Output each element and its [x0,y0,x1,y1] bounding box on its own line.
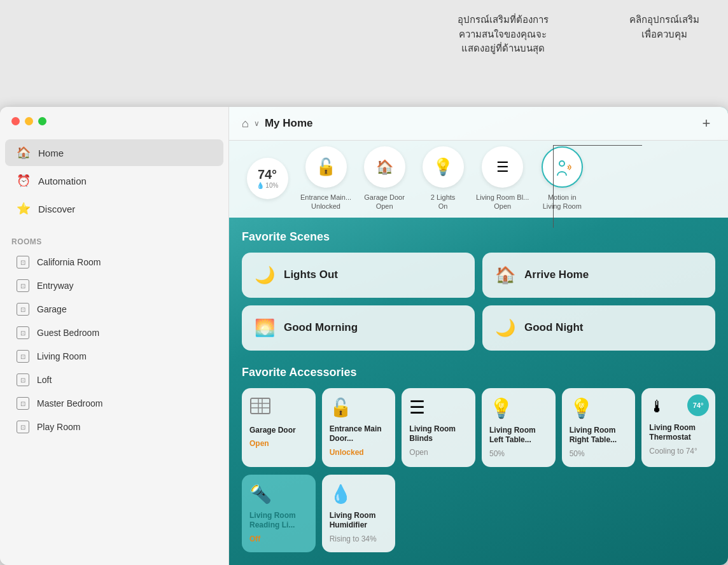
status-garage[interactable]: 🏠 Garage Door Open [359,146,410,211]
blinds-circle: ☰ [482,146,523,188]
sidebar-item-home-label: Home [38,148,64,158]
content-area: Favorite Scenes 🌙 Lights Out 🏠 Arrive Ho… [229,218,728,565]
header-chevron-icon: ∨ [254,119,260,128]
reading-light-name: Living Room Reading Li... [249,511,308,531]
room-label: Guest Bedroom [37,328,99,338]
left-lamp-name: Living Room Left Table... [489,426,548,445]
accessory-entrance-door[interactable]: 🔓 Entrance Main Door... Unlocked [322,388,396,467]
room-master-bedroom[interactable]: ⊡ Master Bedroom [5,392,223,415]
motion-circle [542,146,583,188]
garage-icon: 🏠 [376,159,393,176]
garage-door-status: Open [249,439,269,448]
close-button[interactable] [11,117,20,125]
sidebar-item-discover[interactable]: ⭐ Discover [5,195,223,222]
room-loft[interactable]: ⊡ Loft [5,368,223,391]
room-california[interactable]: ⊡ California Room [5,251,223,274]
accessories-section-title: Favorite Accessories [242,366,715,379]
room-label: Master Bedroom [37,398,102,408]
room-play-room[interactable]: ⊡ Play Room [5,415,223,438]
entrance-label: Entrance Main... Unlocked [300,193,351,211]
tooltip-left: อุปกรณ์เสริมที่ต้องการ ความสนใจของคุณจะ … [369,13,636,56]
room-entryway[interactable]: ⊡ Entryway [5,274,223,297]
sidebar-nav: 🏠 Home ⏰ Automation ⭐ Discover [0,133,228,228]
scene-good-morning[interactable]: 🌅 Good Morning [242,305,475,351]
temperature-circle: 74° 💧 10% [247,158,288,199]
lights-circle: 💡 [423,146,464,188]
automation-icon: ⏰ [17,174,31,188]
entrance-circle: 🔓 [305,146,347,188]
room-guest-bedroom[interactable]: ⊡ Guest Bedroom [5,321,223,344]
minimize-button[interactable] [25,117,33,125]
accessory-humidifier[interactable]: 💧 Living Room Humidifier Rising to 34% [322,475,396,552]
sidebar-item-automation-label: Automation [38,176,87,186]
accessory-right-lamp[interactable]: 💡 Living Room Right Table... 50% [562,388,636,467]
traffic-lights [0,107,228,133]
room-label: Loft [37,375,52,385]
room-icon: ⊡ [17,256,29,269]
scene-lights-out[interactable]: 🌙 Lights Out [242,253,475,298]
entrance-door-icon: 🔓 [330,397,352,418]
blinds-label: Living Room Bl... Open [476,193,529,211]
room-icon: ⊡ [17,303,29,316]
room-living-room[interactable]: ⊡ Living Room [5,345,223,368]
accessories-row2: 🔦 Living Room Reading Li... Off 💧 Living… [242,475,715,552]
maximize-button[interactable] [38,117,46,125]
garage-door-icon [249,397,271,419]
accessory-reading-light[interactable]: 🔦 Living Room Reading Li... Off [242,475,316,552]
status-bar: 74° 💧 10% 🔓 Entrance Main... Unlocked 🏠 … [229,141,728,218]
accessory-garage-door[interactable]: Garage Door Open [242,388,316,467]
room-garage[interactable]: ⊡ Garage [5,298,223,321]
accessories-row1: Garage Door Open 🔓 Entrance Main Door...… [242,388,715,467]
accessory-thermostat[interactable]: 74° 🌡 Living Room Thermostat Cooling to … [641,388,715,467]
scene-arrive-home[interactable]: 🏠 Arrive Home [482,253,715,298]
header-title: My Home [265,117,313,130]
blinds-name: Living Room Blinds [409,424,468,444]
accessory-left-lamp[interactable]: 💡 Living Room Left Table... 50% [482,388,556,467]
rooms-section-label: Rooms [0,228,228,250]
app-window: 🏠 Home ⏰ Automation ⭐ Discover Rooms ⊡ C… [0,107,728,565]
entrance-door-name: Entrance Main Door... [330,424,388,444]
temperature-value: 74° [258,168,277,181]
reading-light-icon: 🔦 [249,484,272,505]
room-label: California Room [37,257,101,267]
motion-label: Motion in Living Room [543,193,582,211]
thermostat-name: Living Room Thermostat [649,423,708,443]
entrance-icon: 🔓 [316,157,336,177]
status-motion[interactable]: Motion in Living Room [536,146,587,211]
thermostat-icon: 🌡 [649,397,666,417]
tooltip-right: คลิกอุปกรณ์เสริม เพื่อควบคุม [620,13,709,41]
room-icon: ⊡ [17,350,29,363]
humidifier-icon: 💧 [330,484,352,505]
left-lamp-icon: 💡 [489,397,513,419]
status-temperature[interactable]: 74° 💧 10% [242,158,293,199]
accessory-blinds[interactable]: ☰ Living Room Blinds Open [402,388,475,467]
status-entrance[interactable]: 🔓 Entrance Main... Unlocked [300,146,351,211]
sidebar-item-home[interactable]: 🏠 Home [5,139,223,166]
scenes-section-title: Favorite Scenes [242,230,715,244]
header-home-icon: ⌂ [242,117,249,130]
sidebar-item-automation[interactable]: ⏰ Automation [5,167,223,194]
status-lights[interactable]: 💡 2 Lights On [417,146,468,211]
room-icon: ⊡ [17,397,29,410]
room-icon: ⊡ [17,279,29,292]
lights-out-label: Lights Out [284,269,338,281]
status-blinds[interactable]: ☰ Living Room Bl... Open [476,146,529,211]
annotation-line-v [553,145,554,228]
garage-door-name: Garage Door [249,426,296,436]
humidity-value: 💧 10% [256,182,279,189]
sidebar-item-discover-label: Discover [38,204,75,214]
add-button[interactable]: + [697,115,715,132]
thermostat-badge: 74° [687,394,709,416]
scene-good-night[interactable]: 🌙 Good Night [482,305,715,351]
scenes-grid: 🌙 Lights Out 🏠 Arrive Home 🌅 Good Mornin… [242,253,715,351]
reading-light-status: Off [249,534,260,543]
arrive-home-icon: 🏠 [495,265,515,285]
lights-label: 2 Lights On [431,193,456,211]
entrance-door-status: Unlocked [330,448,364,457]
arrive-home-label: Arrive Home [524,269,589,281]
good-night-label: Good Night [524,321,584,334]
good-night-icon: 🌙 [495,318,515,338]
garage-label: Garage Door Open [364,193,405,211]
thermostat-status: Cooling to 74° [649,447,697,456]
blinds-icon: ☰ [496,159,509,176]
